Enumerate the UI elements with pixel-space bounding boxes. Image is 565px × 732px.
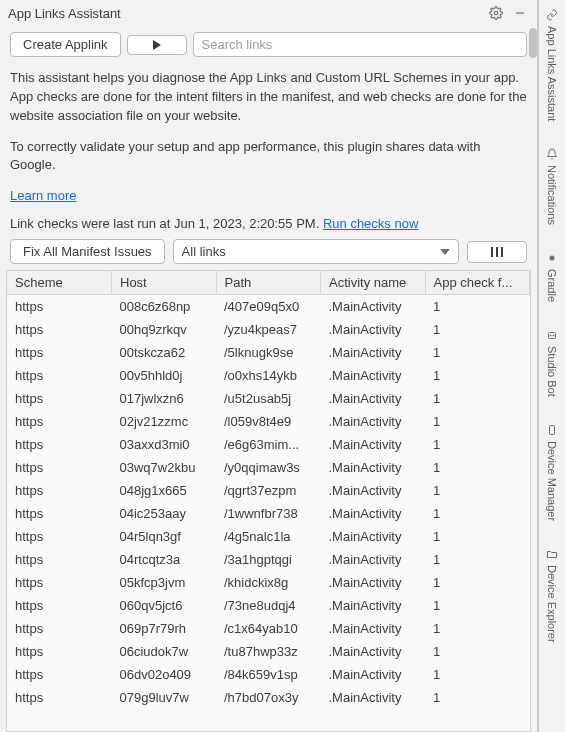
cell-host: 008c6z68np bbox=[112, 295, 217, 318]
filter-dropdown[interactable]: All links bbox=[173, 239, 459, 264]
cell-activity: .MainActivity bbox=[321, 364, 426, 387]
cell-check: 1 bbox=[425, 686, 530, 709]
rail-item-label: Studio Bot bbox=[546, 346, 558, 397]
table-row[interactable]: https00hq9zrkqv/yzu4kpeas7.MainActivity1 bbox=[7, 318, 530, 341]
rail-item-link[interactable]: App Links Assistant bbox=[545, 4, 559, 125]
cell-path: /qgrt37ezpm bbox=[216, 479, 321, 502]
table-row[interactable]: https048jg1x665/qgrt37ezpm.MainActivity1 bbox=[7, 479, 530, 502]
cell-path: /84k659v1sp bbox=[216, 663, 321, 686]
rail-item-robot[interactable]: Studio Bot bbox=[545, 324, 559, 401]
col-activity[interactable]: Activity name bbox=[321, 271, 426, 295]
filter-dropdown-label: All links bbox=[182, 244, 226, 259]
cell-host: 069p7r79rh bbox=[112, 617, 217, 640]
rail-item-bell[interactable]: Notifications bbox=[545, 143, 559, 229]
cell-scheme: https bbox=[7, 341, 112, 364]
col-scheme[interactable]: Scheme bbox=[7, 271, 112, 295]
rail-item-label: Gradle bbox=[546, 269, 558, 302]
table-row[interactable]: https069p7r79rh/c1x64yab10.MainActivity1 bbox=[7, 617, 530, 640]
links-table: Scheme Host Path Activity name App check… bbox=[7, 271, 530, 709]
cell-scheme: https bbox=[7, 456, 112, 479]
window-title: App Links Assistant bbox=[8, 6, 481, 21]
rail-item-phone[interactable]: Device Manager bbox=[545, 419, 559, 525]
cell-host: 060qv5jct6 bbox=[112, 594, 217, 617]
cell-check: 1 bbox=[425, 502, 530, 525]
description-paragraph-1: This assistant helps you diagnose the Ap… bbox=[10, 69, 527, 126]
cell-check: 1 bbox=[425, 433, 530, 456]
cell-scheme: https bbox=[7, 318, 112, 341]
cell-activity: .MainActivity bbox=[321, 479, 426, 502]
cell-host: 05kfcp3jvm bbox=[112, 571, 217, 594]
play-button[interactable] bbox=[127, 35, 187, 55]
table-row[interactable]: https06ciudok7w/tu87hwp33z.MainActivity1 bbox=[7, 640, 530, 663]
table-row[interactable]: https060qv5jct6/73ne8udqj4.MainActivity1 bbox=[7, 594, 530, 617]
bell-icon bbox=[545, 147, 559, 161]
rail-item-label: Device Manager bbox=[546, 441, 558, 521]
links-table-wrap[interactable]: Scheme Host Path Activity name App check… bbox=[6, 270, 531, 732]
table-row[interactable]: https05kfcp3jvm/khidckix8g.MainActivity1 bbox=[7, 571, 530, 594]
svg-rect-11 bbox=[550, 426, 555, 435]
cell-activity: .MainActivity bbox=[321, 318, 426, 341]
learn-more-link[interactable]: Learn more bbox=[10, 188, 76, 203]
cell-path: /o0xhs14ykb bbox=[216, 364, 321, 387]
cell-scheme: https bbox=[7, 640, 112, 663]
cell-activity: .MainActivity bbox=[321, 571, 426, 594]
table-row[interactable]: https04rtcqtz3a/3a1hgptqgi.MainActivity1 bbox=[7, 548, 530, 571]
svg-point-10 bbox=[553, 335, 554, 336]
table-row[interactable]: https00v5hhld0j/o0xhs14ykb.MainActivity1 bbox=[7, 364, 530, 387]
svg-marker-3 bbox=[440, 249, 450, 255]
cell-check: 1 bbox=[425, 295, 530, 318]
rail-item-label: Device Explorer bbox=[546, 565, 558, 643]
cell-scheme: https bbox=[7, 433, 112, 456]
col-host[interactable]: Host bbox=[112, 271, 217, 295]
cell-activity: .MainActivity bbox=[321, 525, 426, 548]
cell-check: 1 bbox=[425, 548, 530, 571]
search-input[interactable] bbox=[193, 32, 527, 57]
cell-scheme: https bbox=[7, 387, 112, 410]
table-row[interactable]: https00tskcza62/5lknugk9se.MainActivity1 bbox=[7, 341, 530, 364]
cell-check: 1 bbox=[425, 341, 530, 364]
scrollbar-thumb[interactable] bbox=[529, 28, 537, 58]
cell-activity: .MainActivity bbox=[321, 456, 426, 479]
cell-host: 04ic253aay bbox=[112, 502, 217, 525]
cell-path: /khidckix8g bbox=[216, 571, 321, 594]
minimize-icon[interactable] bbox=[511, 4, 529, 22]
cell-host: 04rtcqtz3a bbox=[112, 548, 217, 571]
col-check[interactable]: App check f... bbox=[425, 271, 530, 295]
table-row[interactable]: https008c6z68np/407e09q5x0.MainActivity1 bbox=[7, 295, 530, 318]
col-path[interactable]: Path bbox=[216, 271, 321, 295]
table-row[interactable]: https079g9luv7w/h7bd07ox3y.MainActivity1 bbox=[7, 686, 530, 709]
table-row[interactable]: https02jv21zzmc/l059v8t4e9.MainActivity1 bbox=[7, 410, 530, 433]
status-prefix: Link checks were last run at bbox=[10, 216, 174, 231]
cell-scheme: https bbox=[7, 686, 112, 709]
description-block: This assistant helps you diagnose the Ap… bbox=[0, 63, 537, 212]
cell-path: /u5t2usab5j bbox=[216, 387, 321, 410]
cell-path: /tu87hwp33z bbox=[216, 640, 321, 663]
rail-item-elephant[interactable]: Gradle bbox=[545, 247, 559, 306]
table-row[interactable]: https017jwlxzn6/u5t2usab5j.MainActivity1 bbox=[7, 387, 530, 410]
table-row[interactable]: https06dv02o409/84k659v1sp.MainActivity1 bbox=[7, 663, 530, 686]
cell-activity: .MainActivity bbox=[321, 617, 426, 640]
elephant-icon bbox=[545, 251, 559, 265]
cell-scheme: https bbox=[7, 479, 112, 502]
cell-path: /e6g63mim... bbox=[216, 433, 321, 456]
create-applink-button[interactable]: Create Applink bbox=[10, 32, 121, 57]
cell-check: 1 bbox=[425, 617, 530, 640]
table-row[interactable]: https04ic253aay/1wwnfbr738.MainActivity1 bbox=[7, 502, 530, 525]
table-row[interactable]: https03wq7w2kbu/y0qqimaw3s.MainActivity1 bbox=[7, 456, 530, 479]
cell-host: 00v5hhld0j bbox=[112, 364, 217, 387]
columns-button[interactable] bbox=[467, 241, 527, 263]
rail-item-folder[interactable]: Device Explorer bbox=[545, 543, 559, 647]
status-time: Jun 1, 2023, 2:20:55 PM bbox=[174, 216, 316, 231]
chevron-down-icon bbox=[440, 249, 450, 255]
table-row[interactable]: https04r5lqn3gf/4g5nalc1la.MainActivity1 bbox=[7, 525, 530, 548]
cell-scheme: https bbox=[7, 571, 112, 594]
run-checks-link[interactable]: Run checks now bbox=[323, 216, 418, 231]
cell-path: /h7bd07ox3y bbox=[216, 686, 321, 709]
fix-manifest-button[interactable]: Fix All Manifest Issues bbox=[10, 239, 165, 264]
cell-check: 1 bbox=[425, 525, 530, 548]
table-row[interactable]: https03axxd3mi0/e6g63mim....MainActivity… bbox=[7, 433, 530, 456]
cell-activity: .MainActivity bbox=[321, 410, 426, 433]
description-paragraph-2: To correctly validate your setup and app… bbox=[10, 138, 527, 176]
cell-check: 1 bbox=[425, 479, 530, 502]
gear-icon[interactable] bbox=[487, 4, 505, 22]
